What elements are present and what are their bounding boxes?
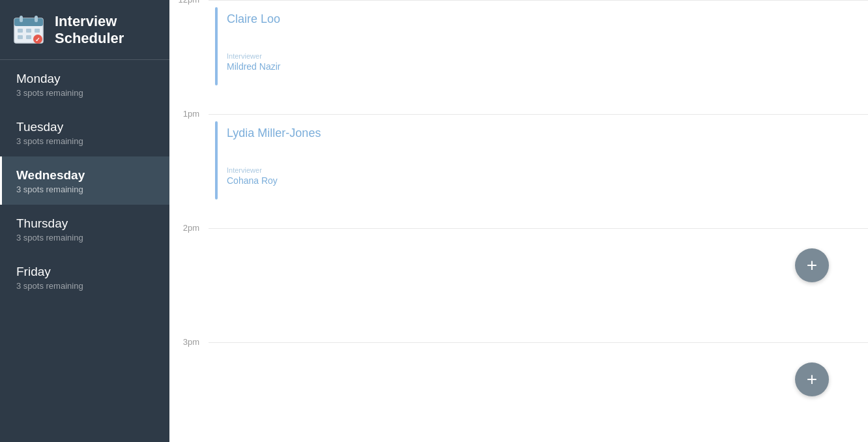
time-content-1pm: Lydia Miller-Jones Interviewer Cohana Ro… <box>209 114 868 228</box>
timeline: 12pm Claire Loo Interviewer Mildred Nazi… <box>169 0 868 442</box>
time-content-2pm: + <box>209 228 868 342</box>
add-interview-button-3pm[interactable]: + <box>795 362 829 396</box>
svg-rect-4 <box>18 29 23 33</box>
time-label-12pm: 12pm <box>169 0 209 5</box>
event-details-claire: Claire Loo Interviewer Mildred Nazir <box>227 7 280 85</box>
svg-text:✓: ✓ <box>35 37 40 43</box>
time-content-3pm: + <box>209 342 868 442</box>
svg-rect-2 <box>20 16 23 22</box>
app-header: ✓ Interview Scheduler <box>0 0 169 60</box>
plus-icon-3pm: + <box>807 369 817 390</box>
interviewer-name-lydia: Cohana Roy <box>227 175 321 186</box>
time-label-3pm: 3pm <box>169 337 209 347</box>
event-name-lydia[interactable]: Lydia Miller-Jones <box>227 126 321 140</box>
time-slot-12pm: 12pm Claire Loo Interviewer Mildred Nazi… <box>169 0 868 114</box>
sidebar: ✓ Interview Scheduler Monday 3 spots rem… <box>0 0 169 442</box>
svg-rect-7 <box>18 35 23 39</box>
event-bar <box>215 7 218 85</box>
svg-rect-8 <box>26 35 31 39</box>
sidebar-item-wednesday[interactable]: Wednesday 3 spots remaining <box>0 156 169 205</box>
sidebar-item-friday[interactable]: Friday 3 spots remaining <box>0 253 169 301</box>
sidebar-item-thursday[interactable]: Thursday 3 spots remaining <box>0 205 169 253</box>
interviewer-name-claire: Mildred Nazir <box>227 61 280 72</box>
time-label-2pm: 2pm <box>169 223 209 233</box>
time-label-1pm: 1pm <box>169 109 209 119</box>
main-content: 12pm Claire Loo Interviewer Mildred Nazi… <box>169 0 868 442</box>
time-slot-2pm: 2pm + <box>169 228 868 342</box>
calendar-icon: ✓ <box>12 13 46 47</box>
time-slot-3pm: 3pm + <box>169 342 868 442</box>
sidebar-item-monday[interactable]: Monday 3 spots remaining <box>0 60 169 108</box>
add-interview-button-2pm[interactable]: + <box>795 248 829 282</box>
event-card-claire: Claire Loo Interviewer Mildred Nazir <box>215 7 848 85</box>
day-navigation: Monday 3 spots remaining Tuesday 3 spots… <box>0 60 169 442</box>
event-card-lydia: Lydia Miller-Jones Interviewer Cohana Ro… <box>215 121 848 199</box>
svg-rect-3 <box>35 16 38 22</box>
svg-rect-1 <box>14 18 43 26</box>
event-name-claire[interactable]: Claire Loo <box>227 12 280 26</box>
plus-icon: + <box>807 255 817 276</box>
event-details-lydia: Lydia Miller-Jones Interviewer Cohana Ro… <box>227 121 321 199</box>
interviewer-label-claire: Interviewer <box>227 52 280 60</box>
time-content-12pm: Claire Loo Interviewer Mildred Nazir <box>209 0 868 114</box>
svg-rect-5 <box>26 29 31 33</box>
svg-rect-6 <box>35 29 40 33</box>
interviewer-label-lydia: Interviewer <box>227 166 321 174</box>
time-slot-1pm: 1pm Lydia Miller-Jones Interviewer Cohan… <box>169 114 868 228</box>
app-title: Interview Scheduler <box>55 13 124 48</box>
event-bar-lydia <box>215 121 218 199</box>
sidebar-item-tuesday[interactable]: Tuesday 3 spots remaining <box>0 108 169 156</box>
